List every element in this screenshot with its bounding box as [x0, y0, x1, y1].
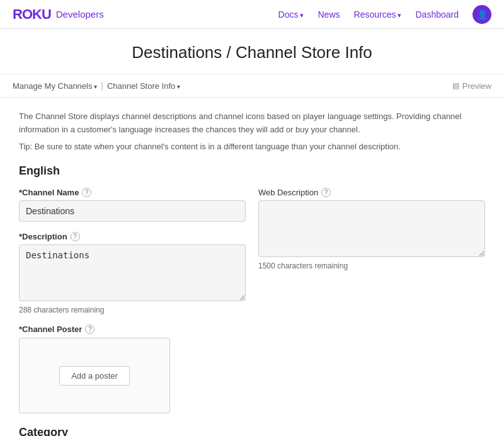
info-text-2: Tip: Be sure to state when your channel'… [19, 141, 485, 154]
user-avatar[interactable]: 👤 [472, 5, 491, 24]
channel-name-input[interactable] [19, 200, 246, 222]
channel-poster-label: *Channel Poster ? [19, 324, 246, 334]
channel-name-help-icon[interactable]: ? [82, 188, 91, 197]
nav-news[interactable]: News [318, 9, 340, 20]
category-section-title: Category [19, 426, 485, 436]
english-section-title: English [19, 164, 485, 178]
breadcrumb-left: Manage My Channels | Channel Store Info [13, 81, 180, 91]
preview-label: Preview [462, 81, 491, 91]
poster-upload-box[interactable]: Add a poster [19, 338, 170, 413]
nav-docs[interactable]: Docs [278, 9, 304, 20]
page-title: Destinations / Channel Store Info [0, 43, 504, 62]
english-form-grid: *Channel Name ? *Description ? Destinati… [19, 188, 485, 413]
add-poster-button[interactable]: Add a poster [59, 366, 130, 386]
breadcrumb-channel-store-info[interactable]: Channel Store Info [107, 81, 180, 91]
web-description-textarea[interactable] [258, 200, 485, 257]
channel-poster-label-text: *Channel Poster [19, 324, 82, 334]
breadcrumb-separator: | [101, 81, 103, 91]
top-nav: ROKU Developers Docs News Resources Dash… [0, 0, 504, 29]
nav-links: Docs News Resources Dashboard 👤 [278, 5, 491, 24]
preview-icon: ▤ [452, 81, 459, 90]
channel-name-label-text: *Channel Name [19, 188, 79, 197]
web-description-chars-remaining: 1500 characters remaining [258, 261, 485, 270]
logo-area: ROKU Developers [13, 6, 104, 23]
breadcrumb-bar: Manage My Channels | Channel Store Info … [0, 74, 504, 98]
roku-logo[interactable]: ROKU [13, 6, 51, 23]
description-label-text: *Description [19, 232, 67, 241]
description-textarea[interactable]: Destinations [19, 244, 246, 301]
category-section: Category Descriptive Category ? Select..… [19, 426, 485, 436]
info-text-1: The Channel Store displays channel descr… [19, 110, 485, 137]
left-col: *Channel Name ? *Description ? Destinati… [19, 188, 246, 413]
channel-poster-help-icon[interactable]: ? [85, 324, 94, 334]
nav-dashboard[interactable]: Dashboard [416, 9, 459, 20]
nav-resources[interactable]: Resources [354, 9, 402, 20]
preview-button[interactable]: ▤ Preview [452, 81, 491, 91]
page-content: The Channel Store displays channel descr… [0, 98, 504, 436]
breadcrumb-manage-channels[interactable]: Manage My Channels [13, 81, 97, 91]
description-label: *Description ? [19, 232, 246, 241]
web-description-help-icon[interactable]: ? [321, 188, 331, 197]
right-col: Web Description ? 1500 characters remain… [258, 188, 485, 413]
description-chars-remaining: 288 characters remaining [19, 306, 246, 314]
web-description-label-text: Web Description [258, 188, 318, 197]
web-description-label: Web Description ? [258, 188, 485, 197]
description-help-icon[interactable]: ? [71, 232, 80, 241]
developers-label: Developers [56, 9, 104, 20]
page-title-bar: Destinations / Channel Store Info [0, 29, 504, 74]
channel-name-label: *Channel Name ? [19, 188, 246, 197]
